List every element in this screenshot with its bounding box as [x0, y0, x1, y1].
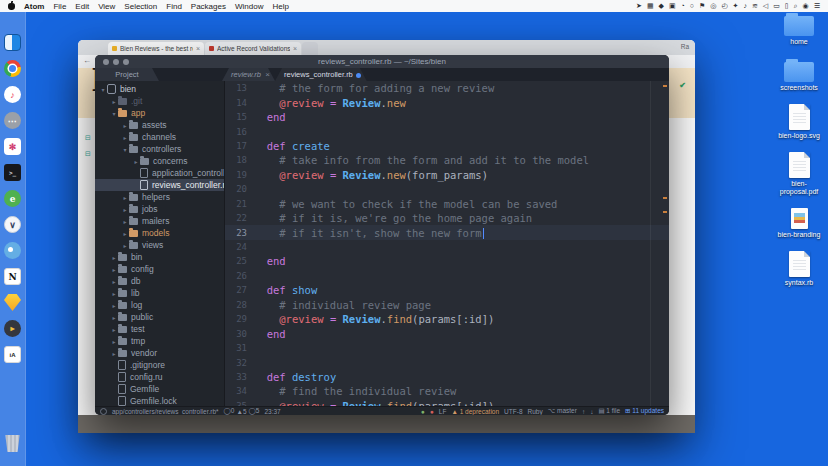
- disclosure-arrow-icon[interactable]: ▸: [110, 326, 118, 333]
- dock-item-evernote[interactable]: e: [4, 190, 21, 207]
- code-line-28[interactable]: 28 # individual review page: [225, 298, 669, 312]
- dock-item-trash[interactable]: [4, 435, 21, 452]
- disclosure-arrow-icon[interactable]: ▸: [121, 194, 129, 201]
- clock-icon[interactable]: ◴: [721, 0, 727, 12]
- tree-item-models[interactable]: ▸models: [95, 227, 224, 239]
- menu-edit[interactable]: Edit: [75, 2, 89, 11]
- disclosure-arrow-icon[interactable]: ▸: [110, 290, 118, 297]
- project-tab[interactable]: Project: [95, 68, 159, 81]
- target-icon[interactable]: ◎: [710, 0, 716, 12]
- code-editor[interactable]: 13 # the form for adding a new review14 …: [225, 81, 669, 406]
- status-segment-utf-8[interactable]: UTF-8: [504, 408, 522, 415]
- tree-item-lib[interactable]: ▸lib: [95, 287, 224, 299]
- dock-item-doc2[interactable]: [4, 409, 21, 426]
- dock-item-messages[interactable]: ⋯: [4, 112, 21, 129]
- status-segment-1-deprecation[interactable]: ▲ 1 deprecation: [451, 408, 499, 415]
- window-icon[interactable]: ▣: [669, 0, 676, 12]
- desktop-icon-bien-logo.svg[interactable]: bien-logo.svg: [772, 104, 826, 140]
- tree-item-Gemfile.lock[interactable]: Gemfile.lock: [95, 395, 224, 406]
- menu-atom[interactable]: Atom: [24, 2, 44, 11]
- code-line-31[interactable]: 31: [225, 341, 669, 355]
- back-button[interactable]: ←: [83, 56, 91, 65]
- tree-item-vendor[interactable]: ▸vendor: [95, 347, 224, 359]
- tree-item-helpers[interactable]: ▸helpers: [95, 191, 224, 203]
- code-line-33[interactable]: 33 def destroy: [225, 370, 669, 384]
- status-segment-master[interactable]: ⌥ master: [548, 407, 577, 415]
- camera-icon[interactable]: ▦: [647, 0, 654, 12]
- code-line-22[interactable]: 22 # if it is, we're go the home page ag…: [225, 211, 669, 225]
- disclosure-arrow-icon[interactable]: ▾: [121, 146, 129, 153]
- menu-window[interactable]: Window: [235, 2, 263, 11]
- tree-item-jobs[interactable]: ▸jobs: [95, 203, 224, 215]
- tree-item-config.ru[interactable]: config.ru: [95, 371, 224, 383]
- dock-item-notion[interactable]: N: [4, 268, 21, 285]
- shield-icon[interactable]: ◆: [659, 0, 664, 12]
- tree-item-public[interactable]: ▸public: [95, 311, 224, 323]
- desktop-icon-bien-proposal.pdf[interactable]: bien-proposal.pdf: [772, 152, 826, 196]
- tree-item-bien[interactable]: ▾bien: [95, 83, 224, 95]
- apple-menu-icon[interactable]: [8, 3, 15, 10]
- code-line-13[interactable]: 13 # the form for adding a new review: [225, 81, 669, 95]
- close-tab-icon[interactable]: ×: [196, 45, 200, 52]
- disclosure-arrow-icon[interactable]: ▸: [121, 242, 129, 249]
- status-segment-icon-1[interactable]: ●: [430, 408, 434, 415]
- location-arrow-icon[interactable]: ➤: [636, 0, 642, 12]
- disclosure-arrow-icon[interactable]: ▸: [121, 230, 129, 237]
- code-line-32[interactable]: 32: [225, 355, 669, 369]
- browser-tab-stub[interactable]: [302, 42, 318, 55]
- tree-item-.git[interactable]: ▸.git: [95, 95, 224, 107]
- code-line-35[interactable]: 35 @review = Review.find(params[:id]): [225, 399, 669, 406]
- disclosure-arrow-icon[interactable]: ▸: [110, 98, 118, 105]
- code-line-15[interactable]: 15 end: [225, 110, 669, 124]
- code-line-21[interactable]: 21 # we want to check if the model can b…: [225, 197, 669, 211]
- dock-item-tweetbot[interactable]: [4, 242, 21, 259]
- tree-item-views[interactable]: ▸views: [95, 239, 224, 251]
- disclosure-arrow-icon[interactable]: ▸: [110, 338, 118, 345]
- close-tab-icon[interactable]: ×: [265, 68, 270, 81]
- dock-item-terminal[interactable]: >_: [4, 164, 21, 181]
- wifi-icon[interactable]: ≋: [752, 0, 758, 12]
- cursor-position[interactable]: 23:37: [264, 408, 280, 415]
- disclosure-arrow-icon[interactable]: ▸: [121, 122, 129, 129]
- timer-icon[interactable]: ◔: [681, 0, 685, 12]
- browser-tab-1[interactable]: Active Record Validations —×: [205, 42, 301, 55]
- code-line-16[interactable]: 16: [225, 124, 669, 138]
- dock-item-slack[interactable]: ✻: [4, 138, 21, 155]
- dock-item-doc1[interactable]: [4, 383, 21, 400]
- disclosure-arrow-icon[interactable]: ▸: [121, 218, 129, 225]
- status-segment-icon-7[interactable]: ↑: [582, 408, 585, 415]
- status-diagnostics[interactable]: ◯0▲5◯5: [224, 407, 260, 415]
- code-line-23[interactable]: 23 # if it isn't, show the new form: [225, 225, 669, 239]
- editor-tab-reviews_controller.rb[interactable]: reviews_controller.rb: [275, 68, 367, 81]
- dock-item-ia[interactable]: iA: [4, 346, 21, 363]
- disclosure-arrow-icon[interactable]: ▸: [110, 254, 118, 261]
- status-segment-lf[interactable]: LF: [439, 408, 447, 415]
- disclosure-arrow-icon[interactable]: ▸: [110, 350, 118, 357]
- tree-item-Gemfile[interactable]: Gemfile: [95, 383, 224, 395]
- menu-view[interactable]: View: [98, 2, 115, 11]
- code-line-25[interactable]: 25 end: [225, 254, 669, 268]
- editor-tab-review.rb[interactable]: review.rb×: [222, 68, 275, 81]
- flag-icon[interactable]: ⚑: [699, 0, 705, 12]
- tree-item-reviews_controller.rb[interactable]: reviews_controller.rb: [95, 179, 224, 191]
- disclosure-arrow-icon[interactable]: ▸: [132, 158, 140, 165]
- disclosure-arrow-icon[interactable]: ▸: [110, 266, 118, 273]
- tree-item-channels[interactable]: ▸channels: [95, 131, 224, 143]
- code-line-29[interactable]: 29 @review = Review.find(params[:id]): [225, 312, 669, 326]
- status-segment-ruby[interactable]: Ruby: [528, 408, 543, 415]
- music-icon[interactable]: ♪: [743, 0, 747, 12]
- tree-item-.gitignore[interactable]: .gitignore: [95, 359, 224, 371]
- battery-icon[interactable]: ▯: [785, 0, 789, 12]
- disclosure-arrow-icon[interactable]: ▸: [110, 302, 118, 309]
- code-line-27[interactable]: 27 def show: [225, 283, 669, 297]
- code-line-26[interactable]: 26: [225, 269, 669, 283]
- code-line-17[interactable]: 17 def create: [225, 139, 669, 153]
- menu-selection[interactable]: Selection: [124, 2, 157, 11]
- dock-item-music[interactable]: ♪: [4, 86, 21, 103]
- menu-file[interactable]: File: [53, 2, 66, 11]
- code-line-14[interactable]: 14 @review = Review.new: [225, 95, 669, 109]
- disclosure-arrow-icon[interactable]: ▸: [110, 314, 118, 321]
- close-tab-icon[interactable]: ×: [293, 45, 297, 52]
- display-icon[interactable]: ▭: [773, 0, 780, 12]
- tree-item-controllers[interactable]: ▾controllers: [95, 143, 224, 155]
